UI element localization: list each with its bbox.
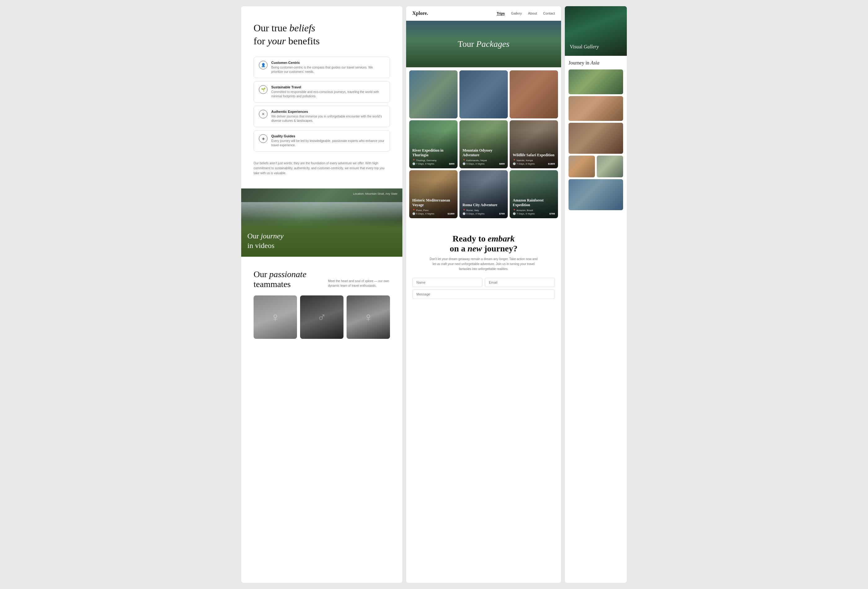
tour-title-historic: Historic Mediterranean Voyage [412,198,455,208]
tour-title-tropical: Tropical Paradise Recreation [412,98,455,108]
tour-title-wildlife: Wildlife Safari Expedition [513,153,555,158]
gallery-img-tower[interactable] [568,96,623,121]
tour-duration-wildlife: 🕐 7 Days, 6 Nights [513,162,535,165]
tour-price-mountain: $899 [499,162,505,165]
nav-item-gallery[interactable]: Gallery [511,12,522,15]
tour-duration-cruise: 🕐 7 days, 6 nights [462,112,484,115]
gallery-img-lake[interactable] [568,179,623,210]
tour-card-mountain[interactable]: Mountain Odyssey Adventure 📍 Kathmandu, … [459,120,508,168]
feature-card-sustainable: 🌱 Sustainable Travel Committed to respon… [254,81,390,103]
tour-card-tropical[interactable]: Tropical Paradise Recreation 📍 Bali, Ind… [409,70,458,118]
tour-title-cruise: Cruise Getaway Expedition [462,98,505,108]
feature-card-customer: 👤 Customer-Centric Being customer-centri… [254,57,390,78]
feature-card-authentic: ✕ Authentic Experiences We deliver journ… [254,106,390,127]
feature-title-sustainable: Sustainable Travel [271,85,385,89]
tour-location-mountain: 📍 Kathmandu, Nepal [462,159,505,162]
gallery-img-pagoda[interactable] [568,69,623,94]
tour-price-historic: $1899 [448,213,455,215]
gallery-img-geisha[interactable] [568,123,623,154]
tour-location-tropical: 📍 Bali, Indonesia [412,109,455,112]
feature-desc-sustainable: Committed to responsible and eco-conscio… [271,90,385,99]
tour-price-roma: $799 [499,213,505,215]
tour-card-amazon[interactable]: Amazon Rainforest Expedition 📍 Amazon, B… [510,170,558,218]
cta-section: Ready to embark on a new journey? Don't … [406,221,561,308]
team-photo-1: ♀ [254,295,297,339]
nav-item-contact[interactable]: Contact [543,12,555,15]
feature-desc-customer: Being customer-centric is the compass th… [271,65,385,74]
beliefs-body: Our beliefs aren't just words; they are … [254,161,390,176]
right-hero-text: Visual Gallery [570,44,599,50]
cta-form [412,278,555,287]
team-photos: ♀ ♂ ♀ [254,295,390,339]
tour-location-cruise: 📍 Caribbean Islands [462,109,505,112]
team-desc: Meet the heart and soul of xplore — our … [328,279,390,288]
nav-links: Trips Gallery About Contact [497,12,555,15]
tour-location-wildlife: 📍 Nairobi, Kenya [513,159,555,162]
tour-title-river: River Expedition in Thuringia [412,148,455,158]
tour-location-roma: 📍 Rome, Italy [462,209,505,212]
gallery-img-temple[interactable] [597,156,623,177]
tour-location-amazon: 📍 Amazon, Brazil [513,209,555,212]
hero-title: Tour Packages [458,39,510,49]
tour-title-amazon: Amazon Rainforest Expedition [513,198,555,208]
tour-location-river: 📍 Thuringi, Germany [412,159,455,162]
tour-duration-amazon: 🕐 7 Days, 6 Nights [513,213,535,215]
tour-duration-historic: 🕐 5 Days, 4 Nights [412,213,434,215]
beliefs-section: Our true beliefs for your benefits 👤 Cus… [241,6,402,188]
feature-title-customer: Customer-Centric [271,61,385,65]
authentic-icon: ✕ [259,110,267,118]
tour-price-amazon: $799 [549,213,555,215]
tour-location-historic: 📍 Puno, Peru [412,209,455,212]
name-input[interactable] [412,278,482,287]
tour-title-roma: Roma City Adventure [462,203,505,208]
team-photo-3: ♀ [347,295,390,339]
cta-heading: Ready to embark on a new journey? [412,234,555,254]
email-input[interactable] [485,278,555,287]
feature-title-authentic: Authentic Experiences [271,110,385,114]
gallery-grid [568,69,623,210]
tour-card-river[interactable]: River Expedition in Thuringia 📍 Thuringi… [409,120,458,168]
feature-desc-quality: Every journey will be led by knowledgeab… [271,139,385,148]
feature-title-quality: Quality Guides [271,134,385,138]
tour-card-cultural[interactable]: Cultural Immersion in Morocco 📍 Cusco, P… [510,70,558,118]
tour-location-cultural: 📍 Cusco, Peru [513,109,555,112]
gallery-section: Journey in Asia [565,56,627,214]
gallery-heading: Journey in Asia [568,60,623,66]
quality-icon: ◈ [259,134,267,143]
nav-item-trips[interactable]: Trips [497,12,505,15]
beliefs-heading: Our true beliefs for your benefits [254,22,390,47]
tour-duration-tropical: 🕐 7 days, 6 nights [412,112,433,115]
feature-cards: 👤 Customer-Centric Being customer-centri… [254,57,390,152]
team-section: Our passionate teammates Meet the heart … [241,257,402,348]
panel-center: Xplore. Trips Gallery About Contact Tour… [406,6,561,583]
tour-duration-cultural: 🕐 6 Days, 5 Nights [513,112,535,115]
feature-card-quality: ◈ Quality Guides Every journey will be l… [254,130,390,152]
tour-price-cruise: $1799 [498,112,505,115]
tour-price-tropical: $999 [449,112,455,115]
message-input[interactable] [412,289,555,299]
tour-grid: Tropical Paradise Recreation 📍 Bali, Ind… [406,67,561,221]
sustainable-icon: 🌱 [259,85,267,94]
right-hero: Visual Gallery [565,6,627,56]
tour-card-wildlife[interactable]: Wildlife Safari Expedition 📍 Nairobi, Ke… [510,120,558,168]
tour-card-cruise[interactable]: Cruise Getaway Expedition 📍 Caribbean Is… [459,70,508,118]
tour-card-roma[interactable]: Roma City Adventure 📍 Rome, Italy 🕐 5 Da… [459,170,508,218]
tour-title-mountain: Mountain Odyssey Adventure [462,148,505,158]
nav-bar: Xplore. Trips Gallery About Contact [406,6,561,21]
customer-icon: 👤 [259,61,267,69]
tour-card-historic[interactable]: Historic Mediterranean Voyage 📍 Puno, Pe… [409,170,458,218]
video-section: Location: Mountain Strait, Any State Our… [241,189,402,257]
team-photo-2: ♂ [300,295,344,339]
tour-duration-roma: 🕐 5 Days, 4 Nights [462,213,484,215]
panel-right: Visual Gallery Journey in Asia [565,6,627,583]
tour-price-wildlife: $1809 [548,162,555,165]
tour-title-cultural: Cultural Immersion in Morocco [513,98,555,108]
panel-left: Our true beliefs for your benefits 👤 Cus… [241,6,402,583]
nav-item-about[interactable]: About [528,12,537,15]
video-location: Location: Mountain Strait, Any State [353,192,397,195]
tour-duration-river: 🕐 7 Days, 6 Nights [412,162,434,165]
tour-price-cultural: $199 [549,112,555,115]
feature-desc-authentic: We deliver journeys that immerse you in … [271,114,385,123]
tour-duration-mountain: 🕐 5 Days, 4 Nights [462,162,484,165]
gallery-img-mosque[interactable] [568,156,595,177]
